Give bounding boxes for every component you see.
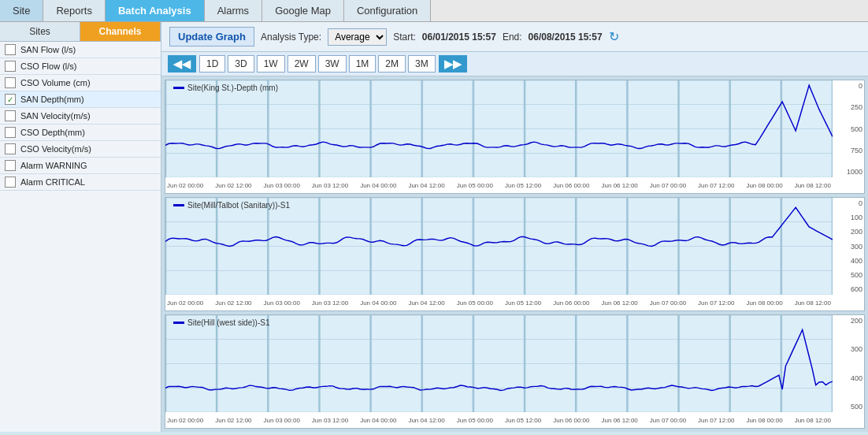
- tab-alarms[interactable]: Alarms: [205, 0, 262, 21]
- y-axis-label: 400: [834, 374, 862, 382]
- y-axis-label: 1000: [834, 168, 862, 176]
- x-axis-label: Jun 02 00:00: [167, 182, 203, 189]
- channel-label: SAN Velocity(m/s): [20, 111, 91, 121]
- x-axis-label: Jun 05 00:00: [457, 417, 493, 424]
- chart-title: Site(Mill/Talbot (Sanitary))-S1: [173, 201, 290, 210]
- channel-item[interactable]: ✓SAN Depth(mm): [0, 91, 161, 108]
- chart-y-axis: 10007505002500: [833, 80, 864, 177]
- main-layout: Sites Channels SAN Flow (l/s)CSO Flow (l…: [0, 22, 868, 432]
- chart-title-text: Site(Hill (west side))-S1: [187, 318, 269, 327]
- channel-checkbox[interactable]: [5, 77, 16, 88]
- channel-item[interactable]: Alarm WARNING: [0, 158, 161, 174]
- time-range-button[interactable]: 2M: [378, 55, 406, 72]
- channel-item[interactable]: SAN Flow (l/s): [0, 42, 161, 58]
- x-axis-label: Jun 04 12:00: [408, 417, 444, 424]
- x-axis-label: Jun 04 00:00: [360, 182, 396, 189]
- channel-item[interactable]: CSO Velocity(m/s): [0, 141, 161, 158]
- x-axis-label: Jun 03 00:00: [264, 299, 300, 307]
- refresh-button[interactable]: ↻: [609, 29, 619, 44]
- time-range-button[interactable]: 3D: [228, 55, 254, 72]
- channel-label: CSO Velocity(m/s): [20, 144, 91, 154]
- y-axis-label: 250: [834, 103, 862, 111]
- analysis-type-label: Analysis Type:: [261, 32, 321, 43]
- channel-item[interactable]: CSO Depth(mm): [0, 125, 161, 141]
- y-axis-label: 200: [834, 228, 862, 236]
- x-axis-label: Jun 08 12:00: [795, 417, 831, 424]
- prev-arrow-button[interactable]: ◀◀: [168, 55, 196, 72]
- x-axis-label: Jun 07 00:00: [650, 417, 686, 424]
- time-range-button[interactable]: 1D: [199, 55, 225, 72]
- channel-checkbox[interactable]: [5, 110, 16, 121]
- tab-reports[interactable]: Reports: [43, 0, 106, 21]
- chart-data-svg: [165, 80, 833, 177]
- chart-container: Site(King St.)-Depth (mm)10007505002500J…: [165, 80, 865, 194]
- channel-item[interactable]: CSO Flow (l/s): [0, 58, 161, 75]
- x-axis-label: Jun 08 00:00: [746, 417, 782, 424]
- chart-title: Site(King St.)-Depth (mm): [173, 84, 278, 92]
- x-axis-label: Jun 06 12:00: [602, 417, 638, 424]
- x-axis-label: Jun 05 00:00: [457, 182, 493, 189]
- channel-checkbox[interactable]: [5, 61, 16, 72]
- chart-y-axis: 6005004003002001000: [833, 198, 864, 295]
- chart-title-text: Site(King St.)-Depth (mm): [187, 84, 278, 92]
- channel-label: CSO Volume (cm): [20, 78, 91, 87]
- x-axis-label: Jun 06 12:00: [602, 182, 638, 189]
- chart-x-axis: Jun 02 00:00Jun 02 12:00Jun 03 00:00Jun …: [165, 177, 833, 193]
- chart-x-axis: Jun 02 00:00Jun 02 12:00Jun 03 00:00Jun …: [165, 295, 833, 310]
- x-axis-label: Jun 07 12:00: [698, 417, 734, 424]
- chart-title: Site(Hill (west side))-S1: [173, 318, 269, 327]
- channel-checkbox[interactable]: [5, 160, 16, 171]
- channel-checkbox[interactable]: ✓: [5, 94, 16, 105]
- y-axis-label: 500: [834, 403, 862, 411]
- channel-checkbox[interactable]: [5, 44, 16, 55]
- tab-batch-analysis[interactable]: Batch Analysis: [106, 0, 205, 21]
- x-axis-label: Jun 05 00:00: [457, 299, 493, 307]
- x-axis-label: Jun 04 12:00: [408, 182, 444, 189]
- channel-checkbox[interactable]: [5, 127, 16, 138]
- time-range-button[interactable]: 3W: [318, 55, 347, 72]
- x-axis-label: Jun 02 12:00: [215, 417, 251, 424]
- update-graph-button[interactable]: Update Graph: [169, 27, 254, 46]
- chart-legend-color: [173, 322, 184, 324]
- x-axis-label: Jun 02 00:00: [167, 299, 203, 307]
- time-range-button[interactable]: 2W: [287, 55, 316, 72]
- tab-google-map[interactable]: Google Map: [262, 0, 344, 21]
- chart-data-svg: [165, 315, 833, 412]
- x-axis-label: Jun 05 12:00: [505, 299, 541, 307]
- x-axis-label: Jun 04 12:00: [408, 299, 444, 307]
- channel-label: Alarm CRITICAL: [20, 177, 85, 187]
- chart-container: Site(Mill/Talbot (Sanitary))-S1600500400…: [165, 197, 865, 311]
- channel-label: SAN Flow (l/s): [20, 45, 76, 54]
- x-axis-label: Jun 04 00:00: [360, 299, 396, 307]
- x-axis-label: Jun 08 12:00: [795, 299, 831, 307]
- tab-site[interactable]: Site: [0, 0, 43, 21]
- toolbar: Update Graph Analysis Type: Average Max …: [161, 22, 868, 52]
- next-arrow-button[interactable]: ▶▶: [439, 55, 467, 72]
- x-axis-label: Jun 02 12:00: [215, 182, 251, 189]
- x-axis-label: Jun 05 12:00: [505, 417, 541, 424]
- time-range-button[interactable]: 3M: [408, 55, 436, 72]
- x-axis-label: Jun 06 00:00: [553, 417, 589, 424]
- channel-checkbox[interactable]: [5, 143, 16, 154]
- chart-legend-color: [173, 87, 184, 89]
- time-range-button[interactable]: 1W: [257, 55, 285, 72]
- charts-area: Site(King St.)-Depth (mm)10007505002500J…: [161, 76, 868, 432]
- time-range-button[interactable]: 1M: [349, 55, 377, 72]
- x-axis-label: Jun 03 00:00: [264, 417, 300, 424]
- sidebar-tab-channels[interactable]: Channels: [80, 22, 161, 41]
- channel-item[interactable]: CSO Volume (cm): [0, 75, 161, 91]
- sidebar: Sites Channels SAN Flow (l/s)CSO Flow (l…: [0, 22, 161, 432]
- chart-legend-color: [173, 204, 184, 206]
- y-axis-label: 500: [834, 125, 862, 133]
- channel-checkbox[interactable]: [5, 177, 16, 188]
- channel-item[interactable]: SAN Velocity(m/s): [0, 108, 161, 125]
- sidebar-tab-sites[interactable]: Sites: [0, 22, 80, 41]
- tab-configuration[interactable]: Configuration: [344, 0, 431, 21]
- chart-inner: [165, 315, 833, 412]
- y-axis-label: 0: [834, 199, 862, 207]
- y-axis-label: 750: [834, 147, 862, 154]
- analysis-type-select[interactable]: Average Max Min: [328, 28, 387, 46]
- channel-item[interactable]: Alarm CRITICAL: [0, 174, 161, 191]
- channel-label: Alarm WARNING: [20, 161, 87, 170]
- x-axis-label: Jun 08 00:00: [746, 182, 782, 189]
